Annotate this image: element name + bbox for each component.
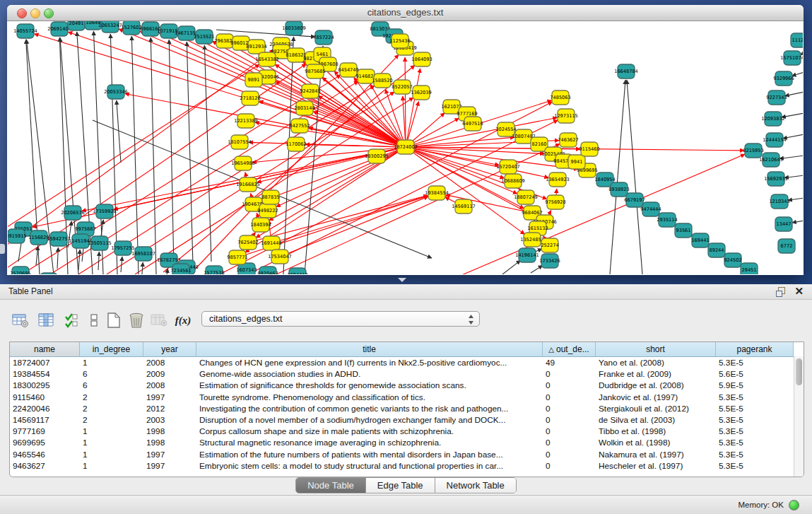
graph-node[interactable]: 12093832 [761, 112, 785, 126]
graph-node[interactable]: 13447 [775, 217, 792, 231]
new-table-icon[interactable] [105, 310, 123, 331]
graph-node[interactable]: 1527602 [121, 21, 141, 35]
select-columns-icon[interactable] [62, 310, 81, 331]
graph-node[interactable]: 1170062 [286, 137, 306, 151]
graph-node[interactable]: 1840394 [250, 218, 271, 232]
graph-node[interactable]: 17359928 [93, 204, 117, 218]
graph-node[interactable]: 16543382 [255, 52, 279, 66]
graph-node[interactable]: 169441 [691, 233, 709, 247]
graph-node[interactable]: 29451 [741, 263, 758, 274]
graph-node[interactable]: 15751074 [780, 51, 803, 65]
graph-hub-node[interactable]: 18724007 [394, 140, 418, 154]
table-row[interactable]: 2242004622012Investigating the contribut… [10, 403, 804, 414]
column-header-out_de[interactable]: △out_de... [543, 342, 596, 356]
citation-network-graph[interactable]: 1405572420691406204911064910653247152760… [8, 21, 803, 274]
graph-node[interactable]: 8215953 [743, 144, 763, 158]
graph-node[interactable]: 13654923 [546, 173, 570, 187]
table-row[interactable]: 946554611997Estimation of the future num… [10, 449, 804, 460]
graph-node[interactable]: 7515521 [194, 30, 214, 44]
graph-node[interactable]: 9941 [568, 155, 585, 169]
graph-node[interactable]: 16210643 [759, 153, 783, 167]
graph-node[interactable]: 1733426 [539, 254, 560, 268]
graph-node[interactable]: 9329966 [773, 71, 794, 86]
table-row[interactable]: 969969511998Structural magnetic resonanc… [10, 437, 804, 448]
delete-table-icon[interactable] [127, 310, 146, 331]
column-header-pagerank[interactable]: pagerank [716, 342, 794, 356]
graph-node[interactable]: 16033809 [282, 21, 306, 35]
column-header-title[interactable]: title [196, 342, 543, 356]
graph-node[interactable]: 20206576 [61, 206, 85, 220]
left-panel-collapse-handle[interactable] [0, 244, 5, 254]
graph-node[interactable]: 9891 [245, 73, 262, 87]
graph-node[interactable]: 11123 [791, 33, 803, 47]
network-view-window[interactable]: citations_edges.txt 14055724206914062049… [7, 5, 804, 275]
table-row[interactable]: 1872400712008Changes of HCN gene express… [10, 357, 804, 368]
graph-node[interactable]: 9474444 [640, 202, 661, 216]
graph-node[interactable]: 252274 [541, 238, 558, 252]
graph-node[interactable]: 9857771 [227, 250, 247, 264]
graph-node[interactable]: 13505115 [88, 236, 112, 250]
tab-node-table[interactable]: Node Table [296, 478, 366, 493]
network-canvas[interactable]: 1405572420691406204911064910653247152760… [8, 21, 803, 274]
graph-node[interactable]: 9242845 [300, 84, 320, 98]
scrollbar-thumb[interactable] [796, 358, 802, 385]
float-panel-icon[interactable] [776, 287, 785, 296]
split-pane-handle[interactable] [398, 278, 406, 282]
graph-node[interactable]: 924502 [724, 253, 741, 267]
graph-node[interactable]: 93561 [675, 223, 692, 238]
window-titlebar[interactable]: citations_edges.txt [7, 5, 804, 21]
graph-node[interactable]: 14196141 [515, 248, 539, 262]
graph-node[interactable]: 887835 [261, 190, 279, 204]
graph-node[interactable]: 7485063 [550, 90, 570, 105]
graph-node[interactable]: 12973115 [554, 109, 578, 123]
graph-node[interactable]: 18300295 [365, 149, 389, 163]
table-row[interactable]: 1938455462009Genome-wide association stu… [10, 368, 804, 380]
graph-node[interactable]: 15720407 [496, 160, 520, 174]
memory-status-indicator[interactable] [789, 500, 799, 510]
graph-node[interactable]: 18107554 [228, 135, 252, 149]
column-chooser-icon[interactable] [37, 310, 55, 331]
tab-edge-table[interactable]: Edge Table [366, 478, 435, 493]
table-source-dropdown[interactable]: citations_edges.txt [201, 311, 480, 327]
graph-node[interactable]: 12213389 [234, 114, 258, 128]
column-header-short[interactable]: short [596, 342, 716, 356]
graph-node[interactable]: 6679197 [624, 193, 645, 207]
graph-node[interactable]: 10653247 [98, 21, 122, 33]
graph-node[interactable]: 20053346 [104, 85, 128, 99]
graph-node[interactable]: 20491 [68, 21, 85, 30]
table-panel-titlebar[interactable]: Table Panel ✕ [0, 284, 812, 300]
table-row[interactable]: 911546021997Tourette syndrome. Phenomeno… [10, 392, 804, 403]
graph-node[interactable]: 7463627 [558, 133, 578, 147]
graph-node[interactable]: 6772 [778, 239, 795, 253]
graph-node[interactable]: 18807249 [514, 190, 538, 204]
tab-network-table[interactable]: Network Table [435, 478, 516, 493]
graph-node[interactable]: 9756928 [545, 195, 565, 209]
graph-node[interactable]: 1694412 [287, 268, 307, 274]
column-header-name[interactable]: name [10, 342, 80, 356]
graph-node[interactable]: 3915915 [8, 229, 27, 243]
graph-node[interactable]: 7625402 [237, 235, 258, 250]
graph-node[interactable]: 1577538 [204, 266, 224, 274]
graph-node[interactable]: 9115460 [579, 142, 599, 156]
graph-node[interactable]: 14569117 [452, 199, 476, 214]
graph-node[interactable]: 6497516 [462, 117, 483, 131]
row-height-icon[interactable] [85, 310, 103, 331]
graph-node[interactable]: 9227343 [766, 90, 787, 105]
graph-node[interactable]: 7234561 [170, 264, 191, 274]
graph-node[interactable]: 8912934 [246, 40, 266, 54]
graph-node[interactable]: 2520695 [10, 267, 30, 274]
graph-node[interactable]: 19654985 [231, 156, 255, 170]
graph-node[interactable]: 16958107 [131, 247, 155, 261]
graph-node[interactable]: 5505135 [38, 273, 59, 274]
graph-node[interactable]: 2935114 [657, 213, 677, 227]
graph-node[interactable]: 8920467 [257, 267, 278, 274]
graph-node[interactable]: 14055724 [13, 24, 37, 38]
table-row[interactable]: 946362711997Embryonic stem cells: a mode… [10, 460, 804, 472]
graph-node[interactable]: 9498222 [257, 204, 278, 218]
graph-node[interactable]: 1588520 [372, 74, 392, 88]
graph-node[interactable]: 1125436 [389, 34, 410, 48]
column-header-year[interactable]: year [143, 342, 196, 356]
graph-node[interactable]: 8522057 [392, 80, 412, 94]
close-panel-icon[interactable]: ✕ [794, 286, 804, 297]
graph-node[interactable]: 2718126 [240, 91, 260, 105]
